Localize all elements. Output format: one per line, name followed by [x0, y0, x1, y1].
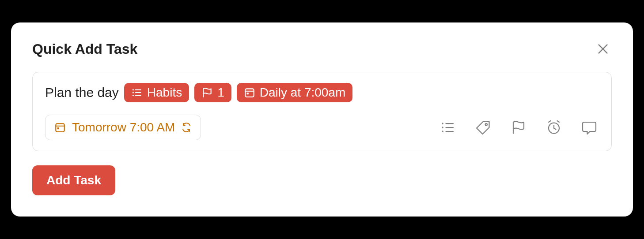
svg-rect-13: [57, 127, 59, 129]
close-button[interactable]: [594, 40, 612, 58]
task-input-area[interactable]: Plan the day Habits 1: [32, 72, 612, 151]
comment-button[interactable]: [580, 118, 599, 137]
comment-icon: [581, 120, 597, 135]
modal-title: Quick Add Task: [32, 41, 137, 57]
calendar-icon: [244, 87, 255, 98]
flag-icon: [201, 87, 213, 98]
svg-rect-8: [245, 89, 254, 97]
list-button[interactable]: [438, 118, 458, 137]
schedule-chip-label: Daily at 7:00am: [260, 86, 346, 100]
close-icon: [596, 42, 610, 56]
tag-icon: [475, 120, 491, 135]
list-chip-label: Habits: [147, 86, 182, 100]
svg-line-25: [557, 121, 560, 122]
quick-add-task-modal: Quick Add Task Plan the day Habits: [11, 22, 633, 217]
svg-line-23: [554, 128, 556, 130]
schedule-chip[interactable]: Daily at 7:00am: [237, 83, 353, 102]
schedule-pill-label: Tomorrow 7:00 AM: [72, 120, 175, 134]
priority-chip-label: 1: [217, 86, 224, 100]
svg-point-18: [442, 131, 443, 132]
list-icon: [440, 120, 456, 135]
add-task-button[interactable]: Add Task: [32, 165, 115, 195]
reminder-button[interactable]: [544, 118, 564, 137]
flag-icon: [511, 120, 527, 135]
calendar-icon: [54, 122, 66, 133]
svg-point-6: [133, 95, 133, 96]
tag-button[interactable]: [474, 118, 493, 137]
svg-rect-10: [246, 93, 248, 94]
recurring-icon: [181, 122, 192, 133]
priority-chip[interactable]: 1: [194, 83, 231, 102]
svg-point-2: [133, 90, 133, 90]
controls-row: Tomorrow 7:00 AM: [45, 115, 599, 140]
svg-rect-11: [56, 123, 64, 131]
svg-point-20: [485, 123, 488, 126]
svg-line-24: [549, 121, 551, 122]
schedule-pill[interactable]: Tomorrow 7:00 AM: [45, 115, 201, 140]
icon-toolbar: [438, 118, 599, 137]
svg-point-14: [442, 123, 443, 124]
svg-point-16: [442, 127, 443, 128]
list-icon: [131, 87, 143, 98]
priority-button[interactable]: [509, 118, 528, 137]
alarm-clock-icon: [546, 120, 562, 135]
task-text: Plan the day: [45, 85, 119, 100]
list-chip[interactable]: Habits: [124, 83, 189, 102]
svg-point-4: [133, 92, 133, 93]
task-input-line: Plan the day Habits 1: [45, 83, 599, 102]
modal-header: Quick Add Task: [32, 40, 612, 58]
